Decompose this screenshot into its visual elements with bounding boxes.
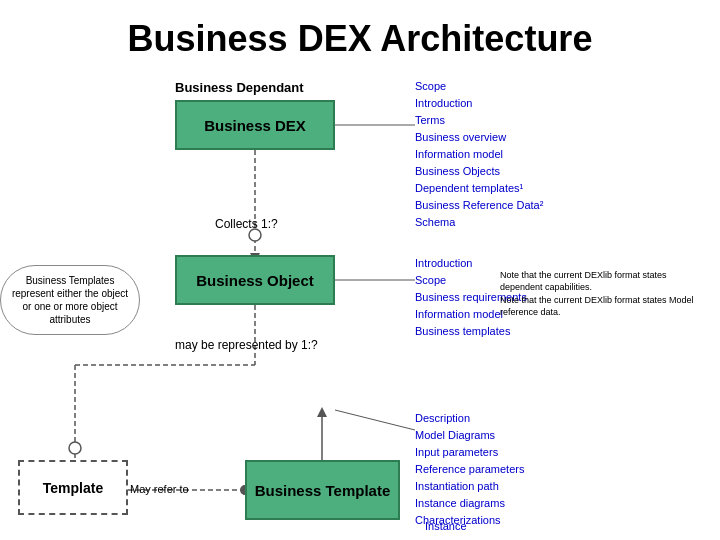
- biz-object-box: Business Object: [175, 255, 335, 305]
- svg-line-15: [335, 410, 415, 430]
- diagram-area: Business Dependant Business DEX Business…: [0, 70, 720, 540]
- link-terms[interactable]: Terms: [415, 112, 543, 129]
- link-ref-params[interactable]: Reference parameters: [415, 461, 524, 478]
- biz-dex-box: Business DEX: [175, 100, 335, 150]
- link-business-ref-data[interactable]: Business Reference Data²: [415, 197, 543, 214]
- link-scope[interactable]: Scope: [415, 78, 543, 95]
- link-business-objects[interactable]: Business Objects: [415, 163, 543, 180]
- note-box-2: Note that the current DEXlib format stat…: [500, 295, 700, 318]
- may-rep-label: may be represented by 1:?: [175, 338, 318, 352]
- link-description[interactable]: Description: [415, 410, 524, 427]
- page-title: Business DEX Architecture: [0, 0, 720, 68]
- collects-label: Collects 1:?: [215, 217, 278, 231]
- right-links-top: Scope Introduction Terms Business overvi…: [415, 78, 543, 231]
- link-input-params[interactable]: Input parameters: [415, 444, 524, 461]
- biz-dependant-label: Business Dependant: [175, 80, 304, 95]
- instance-text[interactable]: Instance: [425, 520, 467, 532]
- cloud-description: Business Templates represent either the …: [0, 265, 140, 335]
- right-links-bot: Description Model Diagrams Input paramet…: [415, 410, 524, 529]
- svg-marker-9: [317, 407, 327, 417]
- biz-template-box: Business Template: [245, 460, 400, 520]
- note-box-1: Note that the current DEXlib format stat…: [500, 270, 700, 293]
- link-information-model[interactable]: Information model: [415, 146, 543, 163]
- link-schema[interactable]: Schema: [415, 214, 543, 231]
- link-model-diagrams[interactable]: Model Diagrams: [415, 427, 524, 444]
- link-introduction[interactable]: Introduction: [415, 95, 543, 112]
- link-instance-diagrams[interactable]: Instance diagrams: [415, 495, 524, 512]
- link-biz-templates[interactable]: Business templates: [415, 323, 527, 340]
- svg-point-12: [69, 442, 81, 454]
- may-refer-label: May refer to: [130, 483, 189, 495]
- link-instantiation-path[interactable]: Instantiation path: [415, 478, 524, 495]
- link-dependent-templates[interactable]: Dependent templates¹: [415, 180, 543, 197]
- template-box: Template: [18, 460, 128, 515]
- link-business-overview[interactable]: Business overview: [415, 129, 543, 146]
